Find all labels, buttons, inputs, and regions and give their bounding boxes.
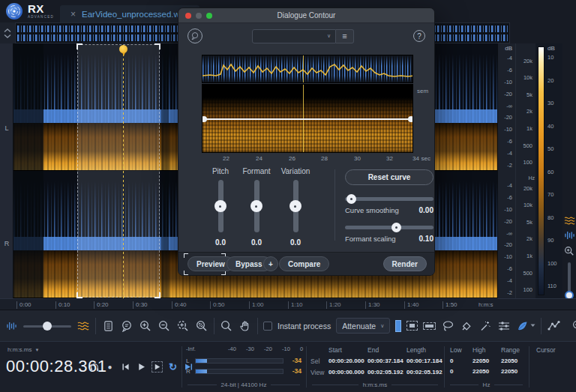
time-selection-tool[interactable]: [395, 320, 401, 332]
event-list-icon[interactable]: [101, 319, 115, 333]
dialogue-contour-dialog: Dialogue Contour ∨ ≡ ?: [178, 7, 435, 276]
selection-corner[interactable]: [154, 43, 160, 49]
lasso-tool-icon[interactable]: [441, 319, 454, 333]
formant-scaling-slider[interactable]: [345, 226, 434, 229]
find-icon[interactable]: [220, 319, 233, 333]
play-button[interactable]: [136, 361, 147, 373]
sel-end: 00:00:37.184: [368, 358, 406, 365]
horizontal-zoom-out-icon[interactable]: [571, 319, 576, 333]
right-tool-strip: [562, 43, 576, 298]
chevron-down-icon: [3, 34, 12, 39]
time-freq-selection-tool[interactable]: [406, 321, 418, 331]
balance-slider-thumb[interactable]: [43, 322, 52, 331]
contour-handle-right[interactable]: [408, 116, 413, 122]
meter-scale: -Inf. -40 -30 -20 -10 0: [182, 346, 306, 352]
zoom-out-icon[interactable]: [158, 319, 171, 333]
time-ruler[interactable]: 0:00 0:10 0:20 0:30 0:40 0:50 1:00 1:10 …: [0, 298, 576, 310]
comment-icon[interactable]: [120, 319, 134, 333]
spectrogram-colorbar[interactable]: [538, 46, 544, 295]
monitor-headphones-button[interactable]: [88, 361, 100, 373]
view-length: 00:02:05.192: [406, 369, 444, 376]
chevron-down-icon: ▼: [34, 348, 39, 352]
curve-smoothing-slider[interactable]: [345, 197, 434, 201]
bottom-toolbar: Instant process Attenuate ∨: [0, 310, 576, 341]
meter-row-left: L -34: [186, 358, 302, 364]
selection-corner[interactable]: [76, 43, 82, 49]
tab-close-icon[interactable]: ×: [70, 10, 76, 19]
variation-slider-group: Variation 0.0: [274, 167, 316, 247]
axis-unit: sec: [422, 155, 430, 162]
overview-collapse-button[interactable]: [0, 22, 15, 43]
contour-handle-left[interactable]: [202, 116, 207, 122]
wave-spect-balance-slider[interactable]: [23, 321, 71, 331]
formant-slider-thumb[interactable]: [250, 200, 262, 212]
logo-subtext: ADVANCED: [28, 16, 54, 19]
instant-process-label[interactable]: Instant process: [278, 322, 331, 331]
go-to-start-button[interactable]: [120, 361, 131, 373]
selection-region[interactable]: [77, 44, 160, 298]
frequency-selection-tool[interactable]: [423, 322, 436, 330]
compare-button[interactable]: Compare: [279, 256, 329, 271]
view-end: 00:02:05.192: [368, 369, 406, 376]
zoom-selection-icon[interactable]: [176, 319, 190, 333]
pitch-contour-line[interactable]: [202, 118, 412, 120]
curve-smoothing-value: 0.00: [419, 206, 434, 214]
hand-tool-icon[interactable]: [238, 319, 252, 333]
level-meter-left: [195, 358, 284, 364]
curve-smoothing-thumb[interactable]: [346, 194, 356, 204]
preset-dropdown[interactable]: ∨: [252, 29, 336, 43]
feather-tool[interactable]: [516, 320, 536, 332]
pitch-slider-thumb[interactable]: [214, 200, 226, 212]
formant-scaling-control: Formant scaling 0.10: [345, 226, 434, 243]
waveform-view-icon[interactable]: [564, 231, 575, 240]
amplitude-ruler[interactable]: dB -4 -6 -10 -20 -∞ -20 -10 -6 -4 -2 -4 …: [497, 43, 515, 298]
variation-slider-thumb[interactable]: [290, 200, 302, 212]
tab-label[interactable]: EarVideo_unprocessed.wav: [82, 10, 189, 19]
zoom-in-icon[interactable]: [139, 319, 152, 333]
dialog-title: Dialogue Contour: [178, 11, 434, 19]
zoom-all-icon[interactable]: [195, 319, 208, 333]
dialog-title-bar[interactable]: Dialogue Contour: [178, 8, 434, 23]
module-dropdown[interactable]: Attenuate ∨: [336, 318, 390, 334]
reset-curve-button[interactable]: Reset curve: [345, 169, 434, 185]
selection-corner[interactable]: [76, 292, 82, 298]
playhead-marker[interactable]: [118, 45, 128, 56]
format-info: 24-bit | 44100 Hz: [221, 382, 267, 388]
pitch-slider[interactable]: [218, 180, 224, 232]
vertical-zoom-slider[interactable]: [568, 262, 571, 301]
formant-scaling-thumb[interactable]: [392, 223, 401, 232]
curve-nodes-icon[interactable]: [547, 319, 560, 333]
dialog-toolbar: ∨ ≡ ?: [178, 23, 434, 49]
add-preview-button[interactable]: +: [263, 256, 278, 271]
render-button[interactable]: Render: [383, 256, 427, 271]
peak-value-left: -34: [286, 357, 302, 364]
silence-region: [14, 171, 44, 298]
brush-tool-icon[interactable]: [460, 319, 473, 333]
contour-spectrogram-panel[interactable]: [202, 84, 413, 153]
vertical-zoom-in-icon[interactable]: [564, 246, 574, 256]
pitch-preview-panel[interactable]: [202, 55, 413, 83]
freq-ruler-unit: Hz: [528, 175, 535, 181]
amp-ruler-unit: dB: [498, 43, 515, 52]
record-button[interactable]: ●: [104, 361, 116, 373]
dialog-time-axis: 22 24 26 28 30 32 34 sec: [202, 155, 430, 164]
variation-slider[interactable]: [293, 180, 298, 232]
formant-slider-group: Formant 0.0: [236, 167, 278, 247]
help-button[interactable]: ?: [413, 30, 425, 42]
preset-menu-button[interactable]: ≡: [336, 29, 354, 43]
time-format-dropdown[interactable]: h:m:s.ms ▼: [8, 346, 39, 353]
frequency-info-section: Low High Range 0 22050 22050 0 22050 220…: [444, 342, 529, 392]
loop-playback-button[interactable]: ↻: [167, 361, 178, 373]
silence-region: [14, 43, 44, 170]
formant-slider[interactable]: [254, 180, 260, 232]
rx-logo: RX ADVANCED: [0, 3, 60, 19]
selection-corner[interactable]: [154, 292, 160, 298]
play-selection-button[interactable]: [152, 361, 163, 373]
magic-wand-tool-icon[interactable]: [478, 319, 492, 333]
frequency-ruler[interactable]: 20k 10k 5k 2k 1k 500 100 20k 10k 5k 2k 1…: [515, 43, 536, 298]
adjust-levels-icon[interactable]: [497, 319, 511, 333]
channel-right-label: R: [0, 240, 14, 247]
colorbar-labels: dB 10 20 30 40 50 60 70 80 90 100 110: [546, 43, 562, 298]
spectrogram-view-icon[interactable]: [564, 216, 575, 225]
instant-process-checkbox[interactable]: [263, 322, 272, 331]
